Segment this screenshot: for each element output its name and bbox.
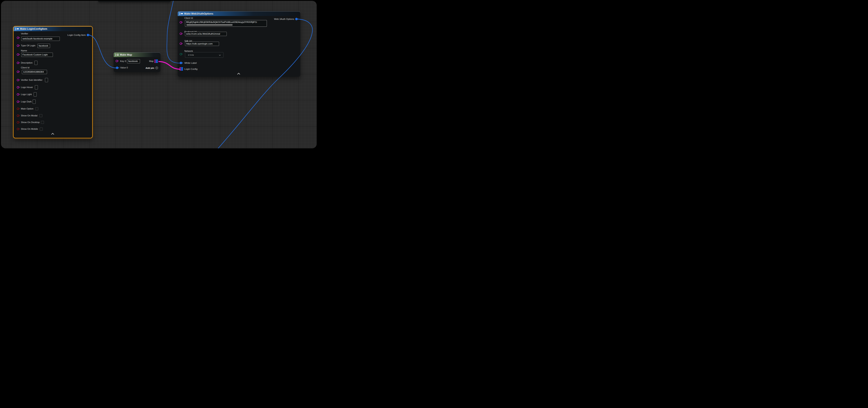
node-make-map[interactable]: } Make Map Key 0 facebook Map Value 0 Ad… [114,53,160,72]
input-pin-client-id[interactable] [180,21,182,24]
client-id-scrollbar[interactable] [186,24,232,26]
output-pin-label: Web 3Auth Options [274,18,294,21]
verifier-sub-identifier-input[interactable] [45,78,48,82]
input-pin-show-on-modal[interactable] [17,114,19,117]
pin-label: Logo Hover [21,86,33,89]
verifier-input[interactable]: web3auth-facebook-example [21,37,60,41]
make-struct-icon [17,28,19,29]
pin-label: Type Of Login [21,44,35,47]
input-pin-client-id[interactable] [17,71,19,73]
output-pin-label: Map [149,60,154,63]
redirect-url-input[interactable]: w3a://com.w3a.Web3AuthUnreal [185,32,227,36]
input-pin-network[interactable] [180,53,182,55]
pin-label: Logo Light [21,93,32,96]
make-map-icon [117,54,119,56]
node-title: Make Web3AuthOptions [184,12,213,15]
network-dropdown[interactable]: CYAN [185,52,223,58]
logo-light-input[interactable] [34,92,37,97]
output-pin-label: Login Config Item [67,34,86,36]
pin-label: Show On Desktop [21,121,40,124]
make-struct-icon [181,13,183,14]
input-pin-logo-light[interactable] [17,93,19,96]
add-pin-label: Add pin [146,67,154,69]
make-struct-icon: } [15,27,16,30]
show-on-desktop-checkbox[interactable] [41,121,44,124]
input-pin-type-of-login[interactable] [17,44,19,47]
logo-hover-input[interactable] [35,85,38,90]
offscreen-node-edge[interactable] [98,1,171,2]
pin-label: Login Config [184,68,197,70]
pin-label: Name [21,49,27,52]
client-id-input[interactable]: 1222658941886084 [22,70,47,74]
wire-map-to-loginconfig[interactable] [158,62,181,69]
pin-label: Verifier Sub Identifier [21,79,42,81]
add-pin-plus-icon: + [155,67,158,69]
pin-label: Description [21,62,33,64]
input-pin-verifier[interactable] [17,37,19,39]
pin-label: Show On Mobile [21,128,38,130]
input-pin-login-config[interactable] [180,67,183,71]
pin-label: Client Id [184,17,193,20]
output-pin-login-config-item[interactable] [87,34,89,36]
logo-dark-input[interactable] [33,100,36,104]
input-pin-description[interactable] [17,62,19,64]
make-map-icon: } [115,53,116,56]
pin-label: Value 0 [120,66,128,69]
pin-label: Show On Modal [21,114,37,117]
blueprint-editor: } Make LoginConfigItem Login Config Item… [0,0,318,149]
input-pin-value-0[interactable] [116,67,118,69]
wire-loginconfigitem-to-value0[interactable] [88,35,116,68]
name-input[interactable]: Facebook Custom Login [21,53,53,57]
chevron-down-icon [219,54,221,56]
node-header[interactable]: } Make Map [114,53,160,57]
pin-label: Main Option [21,107,33,110]
main-option-checkbox[interactable] [35,107,38,110]
show-on-modal-checkbox[interactable] [39,114,42,117]
input-pin-redirect-url[interactable] [180,33,182,35]
input-pin-main-option[interactable] [17,108,19,110]
input-pin-verifier-sub-identifier[interactable] [17,79,19,81]
key-0-input[interactable]: facebook [127,59,140,63]
input-pin-logo-hover[interactable] [17,86,19,89]
node-title: Make Map [120,54,132,56]
description-input[interactable] [34,61,37,65]
pin-label: White Label [184,62,197,64]
input-pin-logo-dark[interactable] [17,101,19,103]
collapse-node-button[interactable] [51,133,54,136]
add-pin-button[interactable]: Add pin + [146,67,158,69]
node-make-loginconfigitem[interactable]: } Make LoginConfigItem Login Config Item… [13,27,92,138]
input-pin-name[interactable] [17,54,19,56]
client-id-input[interactable]: BEglQSgt4cUWcj6SKRdu5QkOXTsePmMcusG5EAoy… [185,20,267,27]
output-pin-web3auth-options[interactable] [295,18,298,20]
sdk-url-input[interactable]: https://sdk.openlogin.com [185,42,219,46]
input-pin-sdk-url[interactable] [180,42,182,45]
node-header[interactable]: } Make Web3AuthOptions [178,11,300,16]
graph-canvas[interactable]: } Make LoginConfigItem Login Config Item… [1,1,317,148]
pin-label: Client Id [21,66,29,69]
show-on-mobile-checkbox[interactable] [40,128,43,131]
pin-label: Verifier [21,32,28,35]
output-pin-map[interactable] [155,60,158,63]
input-pin-show-on-mobile[interactable] [17,128,19,130]
network-selected-value: CYAN [188,54,194,56]
node-make-web3authoptions[interactable]: } Make Web3AuthOptions Web 3Auth Options… [178,11,300,77]
make-struct-icon: } [179,12,180,15]
pin-label: Logo Dark [21,100,32,103]
input-pin-show-on-desktop[interactable] [17,121,19,124]
node-header[interactable]: } Make LoginConfigItem [13,27,92,31]
node-title: Make LoginConfigItem [20,28,47,30]
collapse-node-button[interactable] [237,73,240,76]
type-of-login-input[interactable]: facebook [37,44,50,48]
input-pin-white-label[interactable] [180,62,182,64]
pin-label: Key 0 [120,60,126,63]
input-pin-key-0[interactable] [116,60,118,62]
